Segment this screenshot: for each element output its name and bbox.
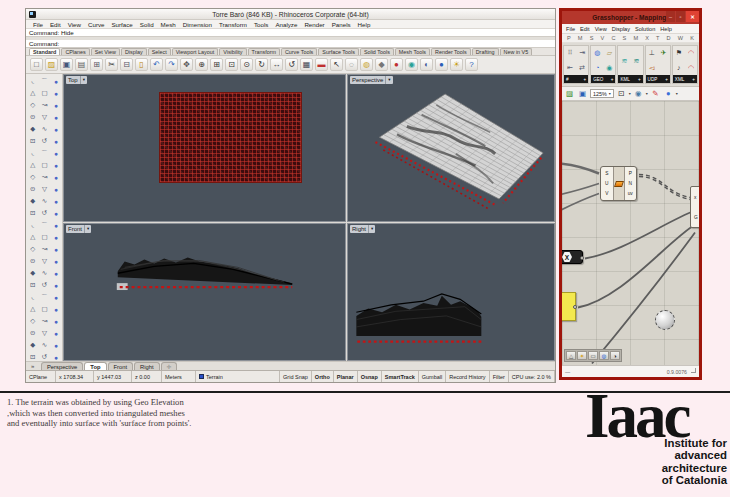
grasshopper-canvas[interactable]: S U V P N uv x G X <box>562 101 699 365</box>
color-wheel-icon[interactable]: ◉ <box>405 58 418 71</box>
sidebar-tool-icon[interactable]: ⌒ <box>39 291 51 303</box>
toolbar-tab-visibility[interactable]: Visibility <box>219 48 246 55</box>
close-button[interactable]: ✕ <box>686 11 699 22</box>
viewport-tabs-overflow[interactable]: » <box>31 363 34 369</box>
menu-analyze[interactable]: Analyze <box>275 21 297 28</box>
geo-clock-icon[interactable]: ◔ <box>595 64 599 71</box>
sidebar-sphere-tool-icon[interactable]: ● <box>50 147 62 159</box>
xml-flag-icon[interactable]: ⚑ <box>676 49 682 57</box>
gh-group-expand-button[interactable]: + <box>611 77 614 82</box>
hide-objects-icon[interactable]: ▬ <box>315 58 328 71</box>
right-component-label-g[interactable]: G <box>694 215 699 220</box>
sidebar-tool-icon[interactable]: ∿ <box>39 267 51 279</box>
chevron-down-icon[interactable]: ▾ <box>676 91 678 96</box>
save-document-icon[interactable]: ▣ <box>577 88 588 99</box>
sidebar-sphere-tool-icon[interactable]: ● <box>50 75 62 87</box>
sidebar-tool-icon[interactable]: ⊙ <box>27 111 39 123</box>
sidebar-tool-icon[interactable]: ⊙ <box>27 183 39 195</box>
export-door-icon[interactable]: ⇥ <box>579 49 585 57</box>
sidebar-tool-icon[interactable]: ↺ <box>39 279 51 291</box>
contrast-icon[interactable]: ◑ <box>610 351 620 360</box>
sidebar-tool-icon[interactable]: ⌒ <box>39 147 51 159</box>
sidebar-tool-icon[interactable]: ⊡ <box>27 279 39 291</box>
material-icon[interactable]: ● <box>390 58 403 71</box>
sidebar-tool-icon[interactable]: △ <box>27 159 39 171</box>
select-icon[interactable]: ↖ <box>330 58 343 71</box>
sidebar-sphere-tool-icon[interactable]: ● <box>50 219 62 231</box>
yellow-panel-component[interactable] <box>562 292 576 321</box>
gh-menu-solution[interactable]: Solution <box>635 26 655 32</box>
sidebar-tool-icon[interactable]: ⊡ <box>27 135 39 147</box>
menu-help[interactable]: Help <box>358 21 371 28</box>
command-prompt-input[interactable]: Command: <box>26 40 555 48</box>
menu-transform[interactable]: Transform <box>219 21 247 28</box>
gh-tab-letter-11[interactable]: K <box>690 35 694 41</box>
viewport-perspective-label[interactable]: Perspective ▾ <box>350 76 393 84</box>
render-shaded-icon[interactable]: ◐ <box>420 58 433 71</box>
sidebar-sphere-tool-icon[interactable]: ● <box>50 351 62 361</box>
gh-tab-letter-4[interactable]: C <box>611 35 615 41</box>
viewport-tab-front[interactable]: Front <box>108 362 134 370</box>
minimize-button[interactable]: – <box>666 11 675 22</box>
sidebar-tool-icon[interactable]: △ <box>27 87 39 99</box>
pan-icon[interactable]: ✥ <box>180 58 193 71</box>
viewport-perspective[interactable]: Perspective ▾ <box>347 74 555 222</box>
toolbar-tab-set-view[interactable]: Set View <box>91 48 120 55</box>
help-icon[interactable]: ? <box>465 58 478 71</box>
input-u[interactable]: U <box>605 181 608 186</box>
sidebar-tool-icon[interactable]: △ <box>27 303 39 315</box>
viewport-front-label[interactable]: Front ▾ <box>66 225 91 233</box>
sidebar-tool-icon[interactable]: ∿ <box>39 195 51 207</box>
sidebar-tool-icon[interactable]: ↝ <box>39 99 51 111</box>
sidebar-sphere-tool-icon[interactable]: ● <box>50 99 62 111</box>
gh-menu-view[interactable]: View <box>595 26 607 32</box>
sidebar-sphere-tool-icon[interactable]: ● <box>50 315 62 327</box>
sidebar-sphere-tool-icon[interactable]: ● <box>50 255 62 267</box>
geo-marker-icon[interactable]: ◉ <box>606 64 612 72</box>
sidebar-tool-icon[interactable]: ↺ <box>39 351 51 361</box>
copy-to-clipboard-icon[interactable]: ⊞ <box>90 58 103 71</box>
maximize-button[interactable]: ▫ <box>676 11 685 22</box>
status-pane-smarttrack[interactable]: SmartTrack <box>382 371 419 382</box>
gh-tab-letter-3[interactable]: V <box>601 35 605 41</box>
status-pane-gumball[interactable]: Gumball <box>419 371 446 382</box>
toolbar-tab-standard[interactable]: Standard <box>29 48 60 55</box>
sidebar-sphere-tool-icon[interactable]: ● <box>50 243 62 255</box>
open-file-icon[interactable]: ▨ <box>45 58 58 71</box>
output-nub[interactable] <box>580 256 584 260</box>
status-pane-record-history[interactable]: Record History <box>446 371 489 382</box>
menu-panels[interactable]: Panels <box>332 21 351 28</box>
sidebar-sphere-tool-icon[interactable]: ● <box>50 207 62 219</box>
gh-tab-letter-0[interactable]: P <box>567 35 571 41</box>
sidebar-sphere-tool-icon[interactable]: ● <box>50 231 62 243</box>
sidebar-tool-icon[interactable]: ◆ <box>27 195 39 207</box>
kml-wave2-icon[interactable]: ≋ <box>634 57 640 65</box>
layer-table-icon[interactable]: ▦ <box>300 58 313 71</box>
sidebar-tool-icon[interactable]: ▢ <box>39 87 51 99</box>
gh-group-expand-button[interactable]: + <box>665 77 668 82</box>
chevron-down-icon[interactable]: ▾ <box>629 91 631 96</box>
viewport-top-label[interactable]: Top ▾ <box>66 76 87 84</box>
viewport-right-label[interactable]: Right ▾ <box>350 225 375 233</box>
udp-send-icon[interactable]: ✈ <box>661 49 667 57</box>
viewport-top[interactable]: Top ▾ <box>63 74 346 222</box>
menu-view[interactable]: View <box>68 21 81 28</box>
sidebar-sphere-tool-icon[interactable]: ● <box>50 339 62 351</box>
zoom-window-icon[interactable]: ⊞ <box>210 58 223 71</box>
sidebar-tool-icon[interactable]: ▽ <box>39 255 51 267</box>
output-n[interactable]: N <box>629 181 632 186</box>
sidebar-tool-icon[interactable]: ▽ <box>39 111 51 123</box>
sun-icon[interactable]: ☀ <box>450 58 463 71</box>
gh-tab-letter-8[interactable]: T <box>656 35 659 41</box>
params-dots-icon[interactable]: ⠿ <box>567 49 572 57</box>
sidebar-tool-icon[interactable]: ◆ <box>27 339 39 351</box>
sidebar-sphere-tool-icon[interactable]: ● <box>50 327 62 339</box>
rhino-titlebar[interactable]: Torre Baró (846 KB) - Rhinoceros Corpora… <box>26 9 555 20</box>
sidebar-sphere-tool-icon[interactable]: ● <box>50 279 62 291</box>
sidebar-sphere-tool-icon[interactable]: ● <box>50 291 62 303</box>
sketch-marker-icon[interactable]: ✎ <box>650 88 661 99</box>
circle-tool-icon[interactable]: ◌ <box>345 58 358 71</box>
gh-tab-letter-9[interactable]: D <box>667 35 671 41</box>
viewport-tab-right[interactable]: Right <box>134 362 160 370</box>
gh-group-expand-button[interactable]: + <box>584 77 587 82</box>
